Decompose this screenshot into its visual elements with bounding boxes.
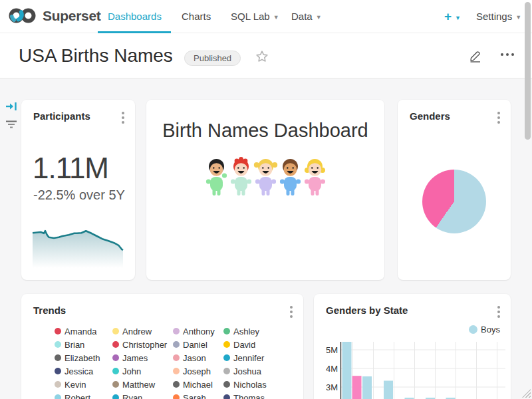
- bar-girls[interactable]: [352, 376, 362, 399]
- legend-label: Joseph: [183, 366, 211, 376]
- legend-label: John: [122, 366, 141, 376]
- legend-label: Jason: [183, 353, 206, 363]
- markdown-card: Birth Names Dashboard: [146, 100, 384, 280]
- legend-label: Kevin: [65, 380, 86, 390]
- bar-boys[interactable]: [342, 342, 352, 399]
- legend-item-james[interactable]: James: [112, 351, 173, 364]
- chart-kebab-menu[interactable]: [496, 305, 501, 319]
- legend-dot: [112, 381, 119, 388]
- legend-item-ashley[interactable]: Ashley: [223, 325, 283, 338]
- legend-item-david[interactable]: David: [223, 338, 283, 351]
- chart-kebab-menu[interactable]: [120, 110, 126, 125]
- legend-label: Anthony: [183, 327, 215, 336]
- app-logo[interactable]: Superset: [8, 7, 100, 25]
- legend-label: Boys: [481, 325, 500, 334]
- legend-dot: [223, 381, 230, 388]
- vertical-scrollbar-thumb[interactable]: [525, 2, 531, 140]
- trends-card: Trends AmandaAndrewAnthonyAshleyBrianChr…: [21, 294, 303, 399]
- legend-dot: [55, 394, 61, 399]
- legend-item-kevin[interactable]: Kevin: [55, 378, 112, 391]
- chart-kebab-menu[interactable]: [496, 110, 501, 125]
- legend-item-anthony[interactable]: Anthony: [173, 325, 223, 338]
- legend-item-matthew[interactable]: Matthew: [112, 378, 173, 391]
- chart-kebab-menu[interactable]: [289, 305, 294, 319]
- legend-dot: [55, 354, 61, 361]
- nav-item-data[interactable]: Data▼: [291, 0, 322, 33]
- legend-item-amanda[interactable]: Amanda: [55, 325, 112, 338]
- legend-dot: [173, 381, 180, 388]
- dashboard-header: USA Births Names Published: [0, 33, 532, 78]
- legend-item-robert[interactable]: Robert: [55, 391, 112, 399]
- legend-dot: [173, 328, 180, 334]
- legend-label: Ryan: [122, 393, 142, 399]
- filter-lines-icon: [5, 120, 18, 129]
- nav-item-charts[interactable]: Charts: [182, 0, 211, 33]
- bar-boys[interactable]: [384, 381, 393, 399]
- legend-label: Robert: [65, 393, 90, 399]
- participants-card: Participants 1.11M -22.5% over 5Y: [21, 100, 135, 280]
- legend-dot: [469, 325, 477, 334]
- legend-dot: [112, 341, 119, 348]
- legend-item-daniel[interactable]: Daniel: [173, 338, 223, 351]
- legend-dot: [55, 368, 61, 374]
- edit-dashboard-button[interactable]: [469, 49, 482, 65]
- legend-label: Jennifer: [233, 353, 264, 363]
- top-navbar: Superset Dashboards Charts SQL Lab▼ Data…: [0, 0, 532, 33]
- legend-item-sarah[interactable]: Sarah: [173, 391, 223, 399]
- settings-menu[interactable]: Settings▼: [476, 0, 521, 33]
- genders-by-state-bar-chart[interactable]: 5M4M3M: [314, 334, 511, 399]
- brand-name: Superset: [43, 8, 100, 24]
- bar-boys[interactable]: [362, 376, 372, 399]
- legend-dot: [173, 354, 180, 361]
- legend-item-michael[interactable]: Michael: [173, 378, 223, 391]
- legend-item-ryan[interactable]: Ryan: [112, 391, 173, 399]
- star-icon: [255, 49, 269, 64]
- legend-dot: [173, 341, 180, 348]
- expand-filter-bar-button[interactable]: [5, 101, 17, 114]
- resize-handle-icon[interactable]: [522, 389, 531, 398]
- legend-label: Michael: [183, 380, 213, 390]
- legend-item-thomas[interactable]: Thomas: [223, 391, 283, 399]
- nav-item-dashboards[interactable]: Dashboards: [108, 0, 162, 33]
- legend-item-john[interactable]: John: [112, 364, 173, 378]
- legend-item-elizabeth[interactable]: Elizabeth: [55, 351, 112, 364]
- legend-label: David: [233, 340, 255, 350]
- big-number-subheader: -22.5% over 5Y: [33, 188, 125, 203]
- pencil-icon: [469, 49, 482, 63]
- y-axis-tick-label: 3M: [326, 382, 338, 392]
- legend-label: Sarah: [183, 393, 206, 399]
- legend-label: Andrew: [122, 327, 152, 336]
- legend-label: Brian: [65, 340, 84, 350]
- legend-item-joshua[interactable]: Joshua: [223, 364, 283, 378]
- chart-title: Genders: [410, 110, 450, 122]
- legend-dot: [112, 394, 119, 399]
- legend-dot: [112, 354, 119, 361]
- legend-label: Christopher: [122, 340, 167, 350]
- legend-dot: [223, 368, 230, 374]
- legend-dot: [55, 381, 61, 388]
- page-title: USA Births Names: [19, 45, 173, 66]
- legend-label: Amanda: [65, 327, 96, 336]
- legend-item-nicholas[interactable]: Nicholas: [223, 378, 283, 391]
- favorite-star-button[interactable]: [255, 49, 269, 66]
- markdown-heading: Birth Names Dashboard: [146, 120, 384, 142]
- legend-label: Daniel: [183, 340, 207, 350]
- published-badge[interactable]: Published: [184, 51, 241, 66]
- genders-pie-chart[interactable]: [422, 170, 486, 233]
- legend-item-boys[interactable]: Boys: [469, 325, 500, 334]
- legend-item-andrew[interactable]: Andrew: [112, 325, 173, 338]
- nav-item-sql-lab[interactable]: SQL Lab▼: [231, 0, 279, 33]
- legend-label: Elizabeth: [65, 353, 100, 363]
- legend-item-brian[interactable]: Brian: [55, 338, 112, 351]
- legend-item-jennifer[interactable]: Jennifer: [223, 351, 283, 364]
- legend-item-jessica[interactable]: Jessica: [55, 364, 112, 378]
- trends-legend: AmandaAndrewAnthonyAshleyBrianChristophe…: [55, 325, 283, 399]
- legend-item-jason[interactable]: Jason: [173, 351, 223, 364]
- legend-item-joseph[interactable]: Joseph: [173, 364, 223, 378]
- filter-list-icon[interactable]: [5, 120, 18, 132]
- legend-item-christopher[interactable]: Christopher: [112, 338, 173, 351]
- dashboard-menu-button[interactable]: [501, 53, 514, 56]
- legend-label: Matthew: [122, 380, 155, 390]
- new-item-button[interactable]: +▼: [444, 0, 461, 33]
- legend-label: Nicholas: [233, 380, 267, 390]
